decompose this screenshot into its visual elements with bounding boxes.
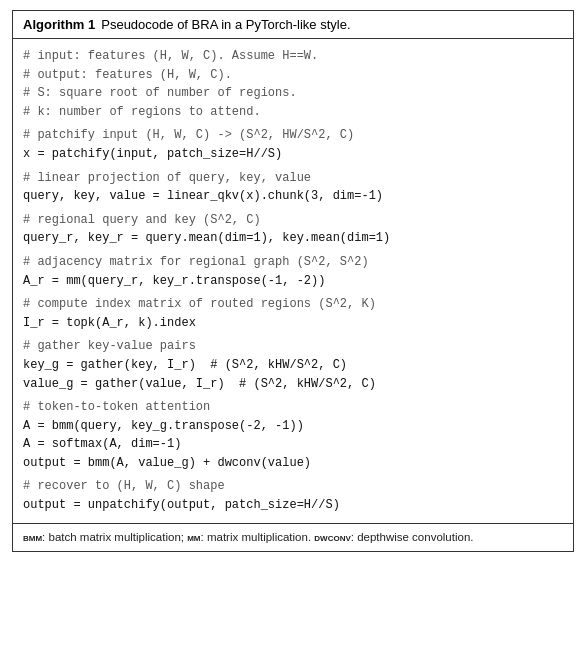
code-line: # compute index matrix of routed regions… [23,295,563,314]
code-line: x = patchify(input, patch_size=H//S) [23,145,563,164]
footer-bmm-label: bmm: batch matrix multiplication; mm: ma… [23,531,474,543]
code-line: query, key, value = linear_qkv(x).chunk(… [23,187,563,206]
code-line: # input: features (H, W, C). Assume H==W… [23,47,563,66]
code-line: # linear projection of query, key, value [23,169,563,188]
algorithm-title: Pseudocode of BRA in a PyTorch-like styl… [101,17,350,32]
algorithm-box: Algorithm 1 Pseudocode of BRA in a PyTor… [12,10,574,552]
algorithm-body: # input: features (H, W, C). Assume H==W… [13,39,573,523]
code-line: value_g = gather(value, I_r) # (S^2, kHW… [23,375,563,394]
algorithm-header: Algorithm 1 Pseudocode of BRA in a PyTor… [13,11,573,39]
algorithm-footer: bmm: batch matrix multiplication; mm: ma… [13,523,573,551]
code-line: A = softmax(A, dim=-1) [23,435,563,454]
code-line: # adjacency matrix for regional graph (S… [23,253,563,272]
code-line: # output: features (H, W, C). [23,66,563,85]
code-line: # k: number of regions to attend. [23,103,563,122]
code-line: A = bmm(query, key_g.transpose(-2, -1)) [23,417,563,436]
code-line: # recover to (H, W, C) shape [23,477,563,496]
code-line: I_r = topk(A_r, k).index [23,314,563,333]
code-line: output = unpatchify(output, patch_size=H… [23,496,563,515]
code-line: # gather key-value pairs [23,337,563,356]
code-line: key_g = gather(key, I_r) # (S^2, kHW/S^2… [23,356,563,375]
code-line: A_r = mm(query_r, key_r.transpose(-1, -2… [23,272,563,291]
code-line: # S: square root of number of regions. [23,84,563,103]
code-line: # token-to-token attention [23,398,563,417]
code-line: query_r, key_r = query.mean(dim=1), key.… [23,229,563,248]
algorithm-label: Algorithm 1 [23,17,95,32]
code-line: # patchify input (H, W, C) -> (S^2, HW/S… [23,126,563,145]
code-line: # regional query and key (S^2, C) [23,211,563,230]
code-line: output = bmm(A, value_g) + dwconv(value) [23,454,563,473]
